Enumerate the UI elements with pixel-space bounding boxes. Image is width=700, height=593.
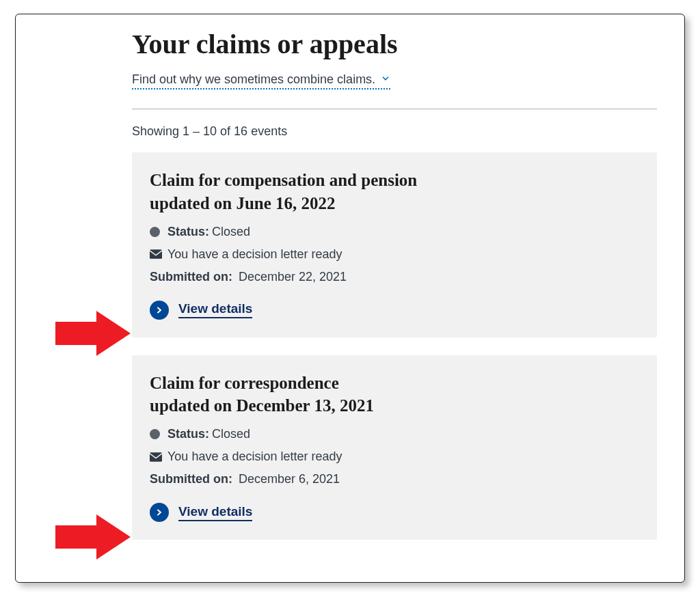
view-details-label: View details xyxy=(178,301,252,318)
svg-marker-3 xyxy=(55,514,131,560)
status-row: Status: Closed xyxy=(150,225,639,239)
submitted-value: December 6, 2021 xyxy=(239,472,340,486)
submitted-row: Submitted on: December 6, 2021 xyxy=(150,472,639,486)
status-dot-icon xyxy=(150,429,167,439)
chevron-down-icon xyxy=(381,72,390,87)
main-content: Your claims or appeals Find out why we s… xyxy=(132,28,657,540)
divider xyxy=(132,109,657,109)
submitted-row: Submitted on: December 22, 2021 xyxy=(150,270,639,284)
claim-title-line2: updated on June 16, 2022 xyxy=(150,194,336,212)
results-count: Showing 1 – 10 of 16 events xyxy=(132,124,657,139)
view-details-label: View details xyxy=(178,504,252,521)
claim-title-line2: updated on December 13, 2021 xyxy=(150,396,374,415)
expander-label: Find out why we sometimes combine claims… xyxy=(132,72,375,87)
svg-marker-2 xyxy=(55,311,131,356)
chevron-right-circle-icon xyxy=(150,503,169,522)
envelope-icon xyxy=(150,249,167,259)
annotation-arrow-icon xyxy=(55,311,131,356)
status-row: Status: Closed xyxy=(150,427,639,441)
status-label: Status: xyxy=(167,427,209,441)
letter-msg: You have a decision letter ready xyxy=(167,450,342,464)
view-details-link[interactable]: View details xyxy=(150,301,252,320)
claim-title-line1: Claim for correspondence xyxy=(150,374,339,392)
annotation-arrow-icon xyxy=(55,514,131,560)
status-dot-icon xyxy=(150,227,167,237)
submitted-label: Submitted on: xyxy=(150,472,232,486)
claim-card-title: Claim for correspondence updated on Dece… xyxy=(150,372,639,418)
letter-msg: You have a decision letter ready xyxy=(167,247,342,262)
claim-card-title: Claim for compensation and pension updat… xyxy=(150,169,639,215)
claim-card: Claim for correspondence updated on Dece… xyxy=(132,355,657,540)
claim-card: Claim for compensation and pension updat… xyxy=(132,152,657,337)
page-frame: Your claims or appeals Find out why we s… xyxy=(15,14,685,583)
submitted-label: Submitted on: xyxy=(150,270,232,284)
claim-title-line1: Claim for compensation and pension xyxy=(150,171,417,189)
status-label: Status: xyxy=(167,225,209,239)
status-value: Closed xyxy=(212,225,250,239)
letter-row: You have a decision letter ready xyxy=(150,247,639,262)
letter-row: You have a decision letter ready xyxy=(150,450,639,464)
svg-rect-0 xyxy=(150,249,162,259)
view-details-link[interactable]: View details xyxy=(150,503,252,522)
envelope-icon xyxy=(150,452,167,462)
chevron-right-circle-icon xyxy=(150,301,169,320)
combine-claims-expander[interactable]: Find out why we sometimes combine claims… xyxy=(132,72,390,89)
submitted-value: December 22, 2021 xyxy=(239,270,347,284)
page-title: Your claims or appeals xyxy=(132,28,657,60)
status-value: Closed xyxy=(212,427,250,441)
svg-rect-1 xyxy=(150,452,162,462)
